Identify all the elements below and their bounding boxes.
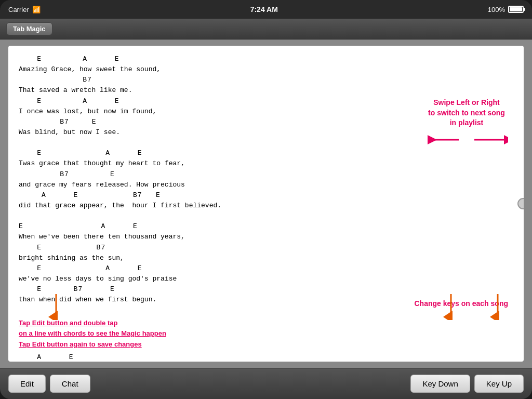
chord-line-9: E B7: [19, 243, 513, 253]
nav-bar: Tab Magic: [0, 19, 532, 39]
chord-line-5: E A E: [19, 148, 513, 158]
lyric-line-5: Twas grace that thought my heart to fear…: [19, 158, 513, 169]
edit-button[interactable]: Edit: [8, 375, 46, 393]
edit-annotation-line3: Tap Edit button again to save changes: [19, 340, 142, 348]
annotation-edit-text: Tap Edit button and double tap on a line…: [19, 318, 513, 350]
battery-icon: [508, 6, 524, 13]
lyric-line-9: bright shining as the sun,: [19, 253, 513, 263]
arrow-down-edit-icon: [46, 294, 66, 324]
lyric-line-1: Amazing Grace, how sweet the sound,: [19, 64, 513, 75]
arrow-down-keydown-icon: [441, 294, 461, 324]
swipe-arrows: [425, 134, 508, 146]
toolbar-left-buttons: Edit Chat: [8, 375, 90, 393]
swipe-annotation-text: Swipe Left or Rightto switch to next son…: [425, 98, 508, 128]
status-right: 100%: [488, 6, 524, 14]
status-bar: Carrier 📶 7:24 AM 100%: [0, 0, 532, 19]
lyric-line-2: That saved a wretch like me.: [19, 85, 513, 96]
chord-line-7: A E B7 E: [19, 190, 513, 201]
toolbar-right-buttons: Key Down Key Up: [410, 375, 524, 393]
arrow-left-icon: [425, 134, 461, 146]
tab-magic-button[interactable]: Tab Magic: [6, 22, 52, 35]
edit-annotation-line1: Tap Edit button and double tap: [19, 319, 117, 327]
lyric-line-8: When we've been there ten thousand years…: [19, 232, 513, 242]
song-content-card[interactable]: E A E Amazing Grace, how sweet the sound…: [8, 46, 524, 362]
chord-line-10: E A E: [19, 263, 513, 274]
time-display: 7:24 AM: [250, 5, 278, 14]
wifi-icon: 📶: [32, 6, 41, 14]
battery-fill: [510, 7, 522, 11]
main-area: E A E Amazing Grace, how sweet the sound…: [0, 39, 532, 368]
chord-line-6: B7 E: [19, 169, 513, 180]
chord-line-1: E A E: [19, 54, 513, 64]
battery-percent: 100%: [488, 6, 505, 14]
lyric-line-10: we've no less days to sing god's praise: [19, 274, 513, 284]
status-left: Carrier 📶: [8, 6, 41, 14]
side-circle-button[interactable]: [517, 198, 524, 209]
lyric-line-6: and grace my fears released. How preciou…: [19, 180, 513, 190]
chord-line-2: B7: [19, 75, 513, 85]
lyric-line-7: did that grace appear, the hour I first …: [19, 201, 513, 211]
key-down-button[interactable]: Key Down: [410, 375, 470, 393]
bottom-toolbar: Edit Chat Key Down Key Up: [0, 368, 532, 399]
blank-2: [19, 211, 513, 221]
swipe-annotation: Swipe Left or Rightto switch to next son…: [425, 98, 508, 146]
carrier-label: Carrier: [8, 6, 29, 14]
chat-button[interactable]: Chat: [50, 375, 90, 393]
edit-annotation-line2: on a line with chords to see the Magic h…: [19, 329, 166, 337]
chord-line-11: E B7 E: [19, 284, 513, 295]
arrow-down-keyup-icon: [487, 294, 508, 324]
chord-line-8: E A E: [19, 221, 513, 232]
key-up-button[interactable]: Key Up: [474, 375, 524, 393]
chord-line-12: A E: [19, 352, 513, 362]
arrow-right-icon: [472, 134, 508, 146]
